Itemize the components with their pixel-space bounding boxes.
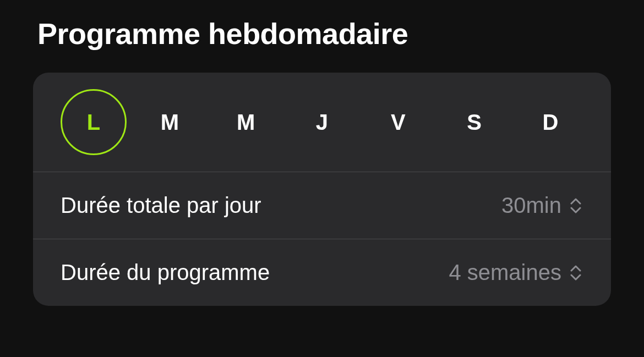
day-monday[interactable]: L: [61, 89, 127, 155]
day-friday[interactable]: V: [365, 89, 431, 155]
day-tuesday[interactable]: M: [137, 89, 203, 155]
program-duration-label: Durée du programme: [61, 260, 270, 285]
days-row: L M M J V S D: [33, 73, 611, 172]
day-saturday[interactable]: S: [441, 89, 507, 155]
program-duration-stepper[interactable]: 4 semaines: [449, 260, 583, 285]
page-title: Programme hebdomadaire: [37, 17, 611, 51]
daily-duration-value: 30min: [501, 193, 561, 218]
stepper-icon: [568, 263, 583, 283]
day-sunday[interactable]: D: [517, 89, 583, 155]
daily-duration-label: Durée totale par jour: [61, 193, 261, 218]
daily-duration-stepper[interactable]: 30min: [501, 193, 583, 218]
day-wednesday[interactable]: M: [213, 89, 279, 155]
program-duration-value: 4 semaines: [449, 260, 561, 285]
stepper-icon: [568, 196, 583, 216]
schedule-card: L M M J V S D Durée totale par jour 30mi…: [33, 73, 611, 306]
day-thursday[interactable]: J: [289, 89, 355, 155]
program-duration-row[interactable]: Durée du programme 4 semaines: [33, 239, 611, 306]
daily-duration-row[interactable]: Durée totale par jour 30min: [33, 172, 611, 239]
